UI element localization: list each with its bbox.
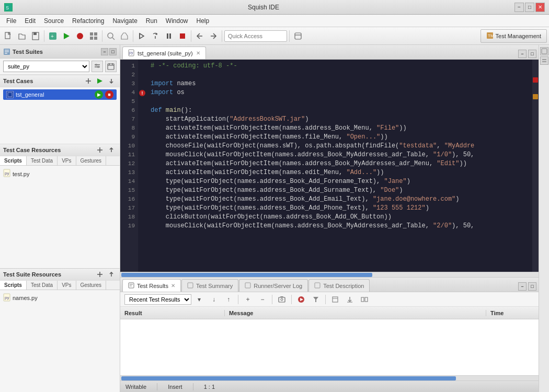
quick-access-input[interactable]: [224, 30, 287, 42]
code-line-3: import names: [151, 79, 528, 88]
menu-window[interactable]: Window: [162, 16, 192, 26]
svg-rect-62: [188, 283, 193, 288]
svg-rect-76: [365, 297, 368, 302]
minimize-panel-button[interactable]: −: [101, 48, 108, 55]
close-button[interactable]: ✕: [535, 3, 545, 12]
test-case-item[interactable]: tst_general ▶ ■: [3, 89, 117, 100]
suite-tab-vps[interactable]: VPs: [58, 281, 76, 290]
svg-point-66: [281, 298, 283, 301]
tab-file-icon: py: [128, 49, 134, 57]
minimize-editor-button[interactable]: −: [518, 50, 527, 58]
add-resource-button[interactable]: [95, 145, 105, 155]
editor-scrollbar-h[interactable]: [120, 272, 539, 277]
maximize-bottom-button[interactable]: □: [528, 282, 536, 291]
recent-results-dropdown[interactable]: Recent Test Results: [124, 294, 191, 305]
menu-navigate[interactable]: Navigate: [108, 16, 141, 26]
menu-refactoring[interactable]: Refactoring: [68, 16, 108, 26]
stop-button[interactable]: [176, 30, 189, 42]
code-line-15: type(waitForObject(names.address_Book_Ad…: [151, 186, 528, 195]
tab-scripts[interactable]: Scripts: [0, 156, 27, 165]
suite-resource-buttons: [95, 270, 117, 279]
settings-button[interactable]: [87, 30, 100, 42]
maximize-editor-button[interactable]: □: [528, 50, 536, 58]
step-over-button[interactable]: [149, 30, 162, 42]
test-management-button[interactable]: TM Test Management: [481, 29, 547, 43]
open-button[interactable]: [16, 30, 28, 42]
suite-tab-gestures[interactable]: Gestures: [76, 281, 107, 290]
maximize-button[interactable]: □: [525, 3, 534, 12]
menu-source[interactable]: Source: [40, 16, 68, 26]
inspect-button[interactable]: [118, 30, 131, 42]
strip-btn-1[interactable]: [540, 47, 548, 55]
toolbar-sep-3: [133, 30, 133, 42]
file-names-py[interactable]: py names.py: [3, 292, 117, 304]
file-test-py[interactable]: py test.py: [3, 168, 117, 180]
tab-gestures[interactable]: Gestures: [76, 156, 107, 165]
editor-tab-tst-general[interactable]: py tst_general (suite_py) ✕: [122, 47, 206, 59]
menu-edit[interactable]: Edit: [20, 16, 40, 26]
file-name-names-py: names.py: [13, 295, 38, 301]
import-suite-resource-button[interactable]: [106, 270, 117, 279]
chevron-down-icon[interactable]: ▾: [193, 294, 205, 305]
menu-run[interactable]: Run: [142, 16, 162, 26]
maximize-panel-button[interactable]: □: [109, 48, 117, 55]
save-button[interactable]: [29, 30, 42, 42]
import-resource-button[interactable]: [106, 145, 117, 155]
tab-test-results[interactable]: Test Results ✕: [122, 279, 181, 292]
step-into-button[interactable]: [135, 30, 148, 42]
results-play-button[interactable]: [295, 294, 307, 305]
line-numbers: 12345 678910 1112131415 16171819: [120, 60, 138, 272]
results-export-button[interactable]: [329, 294, 341, 305]
add-suite-resource-button[interactable]: [95, 270, 105, 279]
bottom-scrollbar-thumb[interactable]: [121, 376, 456, 381]
menu-help[interactable]: Help: [192, 16, 214, 26]
run-test-button[interactable]: [60, 30, 73, 42]
record-button[interactable]: [74, 30, 86, 42]
minimize-bottom-button[interactable]: −: [518, 282, 527, 291]
tab-test-data[interactable]: Test Data: [27, 156, 58, 165]
back-button[interactable]: [193, 30, 206, 42]
tab-runner-log[interactable]: Runner/Server Log: [239, 279, 308, 292]
test-results-close[interactable]: ✕: [171, 283, 175, 289]
toolbar-extra-btn[interactable]: [292, 30, 304, 42]
results-collapse-button[interactable]: −: [257, 294, 268, 305]
code-editor[interactable]: # -*- coding: utf-8 -*- import names imp…: [146, 60, 532, 272]
run-test-case-button[interactable]: ▶: [95, 90, 103, 99]
test-summary-label: Test Summary: [196, 283, 233, 289]
results-filter-button[interactable]: [310, 294, 322, 305]
suite-tab-test-data[interactable]: Test Data: [27, 281, 58, 290]
export-tests-button[interactable]: [106, 76, 117, 86]
results-down-button[interactable]: ↓: [208, 294, 220, 305]
results-screenshot-button[interactable]: [276, 294, 288, 305]
test-case-checkbox[interactable]: [6, 91, 14, 98]
new-button[interactable]: [2, 30, 15, 42]
results-import-button[interactable]: [344, 294, 356, 305]
tab-test-description[interactable]: Test Description: [308, 279, 370, 292]
add-test-case-button[interactable]: [83, 76, 94, 86]
tab-test-summary[interactable]: Test Summary: [181, 279, 238, 292]
editor-tab-close-button[interactable]: ✕: [196, 50, 200, 56]
suite-settings-button[interactable]: [92, 61, 103, 72]
svg-rect-36: [96, 64, 97, 65]
strip-btn-2[interactable]: [540, 56, 548, 65]
run-all-tests-button[interactable]: [95, 76, 105, 86]
suite-tab-scripts[interactable]: Scripts: [0, 281, 27, 290]
menu-file[interactable]: File: [2, 16, 20, 26]
svg-text:S: S: [6, 5, 9, 10]
tab-vps[interactable]: VPs: [58, 156, 76, 165]
forward-button[interactable]: [207, 30, 220, 42]
results-expand-button[interactable]: +: [242, 294, 254, 305]
new-test-button[interactable]: +: [47, 30, 59, 42]
stop-test-case-button[interactable]: ■: [105, 90, 113, 99]
minimize-button[interactable]: −: [514, 3, 524, 12]
results-compare-button[interactable]: [359, 294, 370, 305]
editor-scrollbar-thumb[interactable]: [121, 273, 372, 277]
editor-tabs: py tst_general (suite_py) ✕: [122, 47, 206, 59]
suite-calendar-button[interactable]: [105, 61, 117, 72]
editor-content[interactable]: 12345 678910 1112131415 16171819 !: [120, 60, 539, 272]
spy-button[interactable]: [105, 30, 117, 42]
bottom-scrollbar-h[interactable]: [120, 375, 539, 381]
results-up-button[interactable]: ↑: [223, 294, 234, 305]
pause-button[interactable]: [163, 30, 175, 42]
suite-dropdown[interactable]: suite_py: [3, 61, 89, 72]
